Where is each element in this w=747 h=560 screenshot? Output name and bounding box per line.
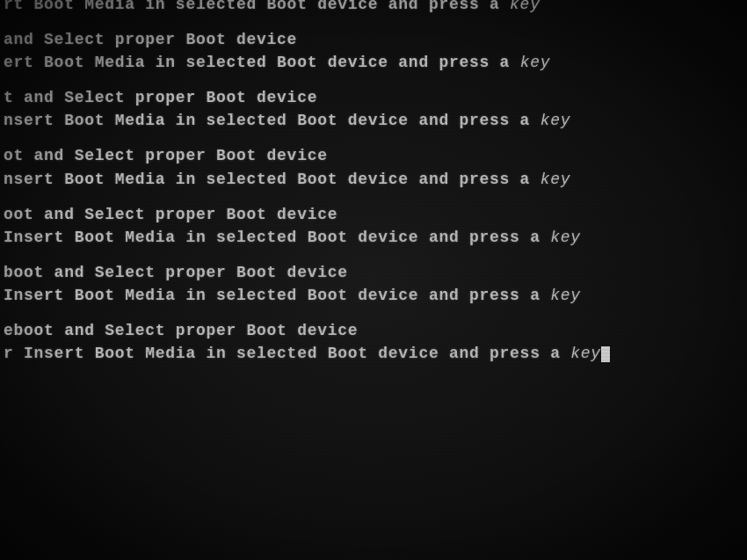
boot-line-1-1: and Select proper Boot device — [4, 28, 743, 51]
line-group-2: t and Select proper Boot device nsert Bo… — [4, 86, 743, 132]
boot-line-2-1: t and Select proper Boot device — [4, 86, 743, 109]
boot-line-0-1: rt Boot Media in selected Boot device an… — [4, 0, 743, 16]
boot-line-2-2: nsert Boot Media in selected Boot device… — [4, 109, 743, 132]
boot-line-3-1: ot and Select proper Boot device — [4, 144, 743, 167]
cursor — [601, 346, 610, 362]
boot-line-1-2: ert Boot Media in selected Boot device a… — [4, 51, 743, 74]
boot-line-5-2: Insert Boot Media in selected Boot devic… — [4, 284, 743, 307]
line-group-0: rt Boot Media in selected Boot device an… — [4, 0, 743, 16]
line-group-6: eboot and Select proper Boot device r In… — [4, 319, 743, 365]
line-group-5: boot and Select proper Boot device Inser… — [4, 261, 743, 307]
boot-messages: rt Boot Media in selected Boot device an… — [0, 0, 747, 377]
boot-line-4-2: Insert Boot Media in selected Boot devic… — [4, 226, 743, 249]
boot-line-3-2: nsert Boot Media in selected Boot device… — [4, 168, 743, 191]
boot-screen: rt Boot Media in selected Boot device an… — [0, 0, 747, 560]
boot-line-5-1: boot and Select proper Boot device — [4, 261, 743, 284]
boot-line-6-1: eboot and Select proper Boot device — [4, 319, 743, 342]
line-group-4: oot and Select proper Boot device Insert… — [4, 203, 743, 249]
boot-line-4-1: oot and Select proper Boot device — [4, 203, 743, 226]
boot-line-6-2: r Insert Boot Media in selected Boot dev… — [4, 342, 743, 365]
line-group-3: ot and Select proper Boot device nsert B… — [4, 144, 743, 190]
line-group-1: and Select proper Boot device ert Boot M… — [4, 28, 743, 74]
